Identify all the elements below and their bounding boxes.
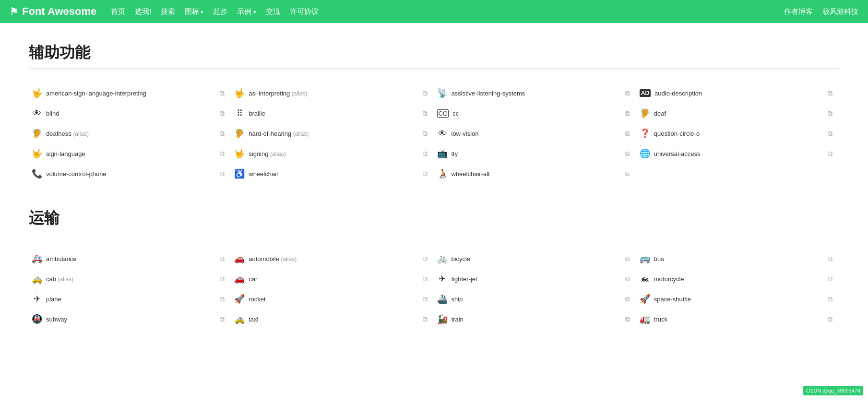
icon-label: assistive-listening-systems: [452, 90, 621, 97]
brand[interactable]: ⚑ Font Awesome: [10, 5, 96, 18]
list-item: 🚕 taxi ⧉: [231, 309, 434, 329]
icon-label: american-sign-language-interpreting: [46, 90, 216, 97]
icon-label: motorcycle: [654, 275, 824, 283]
copy-button[interactable]: ⧉: [220, 315, 228, 323]
nav-search[interactable]: 搜索: [161, 7, 175, 16]
copy-button[interactable]: ⧉: [423, 89, 431, 97]
copy-button[interactable]: ⧉: [625, 295, 634, 303]
nav-license[interactable]: 许可协议: [290, 7, 319, 16]
nav-start[interactable]: 起步: [213, 7, 227, 16]
icon-label: truck: [654, 316, 824, 323]
icon-label: taxi: [249, 316, 418, 323]
icon-label: space-shuttle: [654, 296, 824, 303]
icon-label: bus: [654, 255, 824, 262]
ambulance-icon: 🚑: [32, 253, 42, 264]
copy-button[interactable]: ⧉: [220, 109, 228, 118]
list-item: 📺 tty ⧉: [434, 143, 637, 164]
copy-button[interactable]: ⧉: [625, 170, 634, 178]
copy-button[interactable]: ⧉: [423, 150, 431, 158]
copy-button[interactable]: ⧉: [423, 295, 431, 303]
asl-interpreting-icon: 🤟: [234, 88, 245, 98]
icon-label: wheelchair: [249, 170, 418, 178]
nav-right: 作者博客 极风游科技: [784, 7, 858, 16]
list-item: 🤟 american-sign-language-interpreting ⧉: [29, 83, 231, 103]
copy-button[interactable]: ⧉: [423, 170, 431, 178]
space-shuttle-icon: 🚀: [640, 294, 650, 304]
copy-button[interactable]: ⧉: [220, 130, 228, 138]
copy-button[interactable]: ⧉: [828, 275, 836, 283]
transport-icons-grid: 🚑 ambulance ⧉ 🚗 automobile (alias) ⧉ 🚲 b…: [29, 249, 839, 329]
icon-label: volume-control-phone: [46, 170, 216, 178]
copy-button[interactable]: ⧉: [220, 255, 228, 263]
icon-label: deaf: [654, 110, 824, 117]
list-item: 🚂 train ⧉: [434, 309, 637, 329]
list-item: 🤟 sign-language ⧉: [29, 143, 231, 164]
copy-button[interactable]: ⧉: [625, 255, 634, 263]
copy-button[interactable]: ⧉: [828, 89, 836, 97]
list-item: 👁 low-vision ⧉: [434, 123, 637, 143]
icon-label: signing (alias): [249, 150, 418, 157]
list-item: 🤟 asl-interpreting (alias) ⧉: [231, 83, 434, 103]
icon-label: tty: [452, 150, 621, 157]
copy-button[interactable]: ⧉: [423, 275, 431, 283]
copy-button[interactable]: ⧉: [828, 109, 836, 118]
rocket-icon: 🚀: [234, 294, 245, 304]
transport-section: 运输 🚑 ambulance ⧉ 🚗 automobile (alias) ⧉ …: [29, 208, 839, 329]
icon-label: blind: [46, 110, 216, 117]
bicycle-icon: 🚲: [437, 253, 448, 264]
author-blog-link[interactable]: 作者博客: [784, 7, 813, 16]
copy-button[interactable]: ⧉: [423, 315, 431, 323]
copy-button[interactable]: ⧉: [828, 295, 836, 303]
copy-button[interactable]: ⧉: [220, 170, 228, 178]
list-item: 🚀 space-shuttle ⧉: [637, 289, 839, 309]
copy-button[interactable]: ⧉: [625, 89, 634, 97]
icon-label: audio-description: [654, 90, 824, 97]
hard-of-hearing-icon: 🦻: [234, 128, 245, 139]
copy-button[interactable]: ⧉: [828, 150, 836, 158]
icon-label: automobile (alias): [249, 255, 418, 262]
question-circle-o-icon: ❓: [640, 128, 650, 139]
flag-icon: ⚑: [10, 6, 18, 17]
deafness-icon: 🦻: [32, 128, 42, 139]
list-item: 🚲 bicycle ⧉: [434, 249, 637, 269]
copy-button[interactable]: ⧉: [625, 130, 634, 138]
csdn-badge: CSDN @qq_39093474: [803, 386, 863, 395]
copy-button[interactable]: ⧉: [220, 275, 228, 283]
list-item: 🚇 subway ⧉: [29, 309, 231, 329]
nav-community[interactable]: 交流: [266, 7, 280, 16]
nav-home[interactable]: 首页: [111, 7, 125, 16]
copy-button[interactable]: ⧉: [828, 255, 836, 263]
accessibility-icons-grid: 🤟 american-sign-language-interpreting ⧉ …: [29, 83, 839, 184]
nav-icons[interactable]: 图标: [185, 7, 203, 16]
copy-button[interactable]: ⧉: [625, 315, 634, 323]
copy-button[interactable]: ⧉: [423, 255, 431, 263]
list-item: 🧑‍🦽 wheelchair-alt ⧉: [434, 164, 637, 184]
deaf-icon: 🦻: [640, 108, 650, 119]
wheelchair-icon: ♿: [234, 168, 245, 179]
jifengyou-link[interactable]: 极风游科技: [822, 7, 858, 16]
volume-control-phone-icon: 📞: [32, 168, 42, 179]
copy-button[interactable]: ⧉: [423, 109, 431, 118]
list-item: 🦻 deaf ⧉: [637, 103, 839, 123]
train-icon: 🚂: [437, 314, 448, 324]
copy-button[interactable]: ⧉: [625, 275, 634, 283]
copy-button[interactable]: ⧉: [423, 130, 431, 138]
nav-choose[interactable]: 选我!: [135, 7, 151, 16]
icon-label: rocket: [249, 296, 418, 303]
icon-label: question-circle-o: [654, 130, 824, 137]
copy-button[interactable]: ⧉: [828, 130, 836, 138]
copy-button[interactable]: ⧉: [220, 150, 228, 158]
copy-button[interactable]: ⧉: [625, 109, 634, 118]
icon-label: cab (alias): [46, 275, 216, 283]
icon-label: braille: [249, 110, 418, 117]
list-item: 🤟 signing (alias) ⧉: [231, 143, 434, 164]
list-item: AD audio-description ⧉: [637, 83, 839, 103]
copy-button[interactable]: ⧉: [220, 295, 228, 303]
nav-examples[interactable]: 示例: [237, 7, 256, 16]
copy-button[interactable]: ⧉: [220, 89, 228, 97]
motorcycle-icon: 🏍: [640, 274, 650, 284]
car-icon: 🚗: [234, 274, 245, 284]
list-item: 👁 blind ⧉: [29, 103, 231, 123]
copy-button[interactable]: ⧉: [625, 150, 634, 158]
copy-button[interactable]: ⧉: [828, 315, 836, 323]
